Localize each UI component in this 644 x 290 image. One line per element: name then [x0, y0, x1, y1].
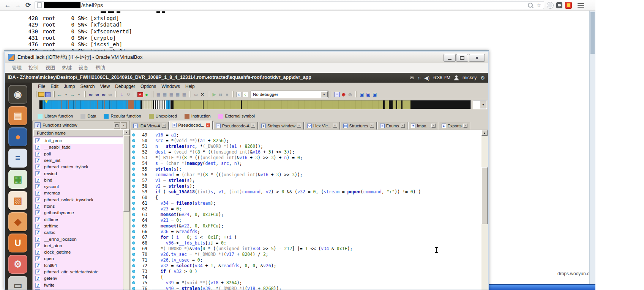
tab-close-icon[interactable]: ×	[206, 123, 210, 127]
ida-menu-windows[interactable]: Windows	[159, 84, 183, 89]
function-row[interactable]: frewind	[33, 171, 123, 177]
function-row[interactable]: fopen	[33, 256, 123, 262]
evernote-extension-icon[interactable]	[556, 2, 562, 8]
breakpoint-dot[interactable]	[132, 276, 135, 279]
zoom-icon[interactable]	[528, 3, 533, 8]
add-breakpoint-icon[interactable]: ⊕	[341, 91, 347, 98]
scrollbar-thumb[interactable]	[590, 12, 595, 54]
debugger-windows-icon[interactable]: ≡	[334, 91, 340, 98]
minimize-button[interactable]	[444, 54, 456, 62]
breakpoint-dot[interactable]	[132, 207, 135, 210]
windows-list-icon[interactable]: ▣	[359, 91, 365, 98]
virtualbox-titlebar[interactable]: EmbedHack (IOT环境) [正在运行] - Oracle VM Vir…	[5, 52, 488, 63]
function-row[interactable]: fpthread_mutex_trylock	[33, 164, 123, 170]
browser-forward-button[interactable]: →	[14, 2, 22, 9]
breakpoint-dot[interactable]	[132, 213, 135, 216]
function-row[interactable]: fstrftime	[33, 223, 123, 229]
vbox-menu-item[interactable]: 视图	[42, 64, 58, 71]
chevron-down-icon[interactable]: ▾	[480, 101, 486, 108]
breakpoint-dot[interactable]	[132, 281, 135, 284]
remove-breakpoint-icon[interactable]: ⊗	[347, 91, 353, 98]
launcher-icon-workspace-monitor[interactable]: ▭	[8, 276, 27, 290]
windows-cascade-icon[interactable]: ▣	[372, 91, 378, 98]
function-row[interactable]: fsem_init	[33, 157, 123, 164]
vbox-menu-item[interactable]: 热键	[59, 64, 75, 71]
back-icon[interactable]: ←	[57, 91, 63, 98]
breakpoint-dot[interactable]	[132, 139, 135, 142]
function-row[interactable]: fmremap	[33, 190, 123, 196]
tab-pseudocode-a[interactable]: ≡Pseudocode-A×	[213, 122, 258, 130]
session-gear-icon[interactable]: ⚙	[480, 75, 485, 80]
function-row[interactable]: finet_aton	[33, 243, 123, 249]
run-until-return-icon[interactable]: c	[242, 91, 248, 98]
launcher-icon-libreoffice-impress[interactable]: ▧	[8, 191, 27, 210]
function-row[interactable]: fpthread_rwlock_trywrlock	[33, 197, 123, 203]
problems-icon[interactable]: A	[137, 91, 143, 98]
breakpoint-dot[interactable]	[132, 133, 135, 136]
tab-close-icon[interactable]: ×	[401, 124, 405, 128]
host-taskbar[interactable]	[489, 284, 595, 290]
tab-ida-view-a[interactable]: ≡IDA View-A×	[131, 122, 169, 130]
close-button[interactable]: ×	[469, 54, 485, 62]
forward-menu-icon[interactable]: ▾	[76, 91, 82, 98]
ida-menu-edit[interactable]: Edit	[48, 84, 61, 89]
vbox-menu-item[interactable]: 设备	[76, 64, 92, 71]
breakpoint-dot[interactable]	[132, 270, 135, 273]
function-row[interactable]: fclock_gettime	[33, 249, 123, 256]
windows-tile-icon[interactable]: ▣	[365, 91, 371, 98]
tab-structures[interactable]: ▤Structures×	[341, 122, 377, 130]
scroll-up-icon[interactable]: ▲	[481, 130, 488, 136]
mail-indicator-icon[interactable]: ✉	[410, 75, 414, 80]
stop-process-icon[interactable]: ■	[224, 91, 230, 98]
make-code-icon[interactable]: ▦	[155, 91, 161, 98]
launcher-icon-system-settings[interactable]: ⚙	[8, 255, 27, 274]
scrollbar-thumb[interactable]	[123, 136, 129, 212]
tab-pseudocod-[interactable]: ≡Pseudocod...×	[169, 121, 212, 130]
breakpoint-dot[interactable]	[132, 224, 135, 227]
chrome-menu-icon[interactable]	[578, 3, 584, 8]
tab-close-icon[interactable]: ×	[431, 124, 436, 128]
launcher-icon-libreoffice-calc[interactable]: ▦	[8, 170, 27, 189]
functions-close-button[interactable]: ×	[121, 122, 127, 129]
tab-enums[interactable]: #Enums×	[377, 122, 407, 130]
launcher-icon-dash-home[interactable]: ◉	[8, 85, 27, 104]
function-row[interactable]: fdifftime	[33, 216, 123, 223]
vbox-menu-item[interactable]: 控制	[25, 64, 41, 71]
vbox-menu-item[interactable]: 管理	[9, 64, 25, 71]
function-row[interactable]: fpoll	[33, 151, 123, 157]
function-row[interactable]: fcalloc	[33, 229, 123, 236]
tab-close-icon[interactable]: ×	[162, 124, 166, 128]
breakpoint-dot[interactable]	[132, 179, 135, 182]
clock[interactable]: 6:36 PM	[433, 75, 450, 80]
ida-menu-jump[interactable]: Jump	[61, 84, 77, 89]
forward-icon[interactable]: →	[69, 91, 76, 98]
launcher-icon-ubuntu-one[interactable]: U	[8, 234, 27, 252]
functions-restore-button[interactable]	[114, 122, 120, 129]
open-file-icon[interactable]	[38, 91, 44, 98]
function-row[interactable]: f.init_proc	[33, 138, 123, 144]
ida-menu-options[interactable]: Options	[138, 84, 159, 89]
search-disabled-icon[interactable]: ∞	[107, 91, 113, 98]
chevron-down-icon[interactable]: ▼	[320, 91, 328, 97]
navband-scale-combo[interactable]: ▾	[473, 100, 487, 109]
launcher-icon-file-manager[interactable]: ▤	[8, 106, 27, 125]
breakpoint-dot[interactable]	[132, 253, 135, 256]
vbox-menu-item[interactable]: 帮助	[92, 64, 108, 71]
function-row[interactable]: fsysconf	[33, 183, 123, 190]
breakpoint-dot[interactable]	[132, 202, 135, 205]
scrollbar-thumb[interactable]	[481, 167, 488, 224]
breakpoint-dot[interactable]	[132, 247, 135, 250]
functions-titlebar[interactable]: f Functions window ×	[33, 121, 129, 129]
tab-exports[interactable]: ▴Exports×	[439, 122, 470, 130]
tab-close-icon[interactable]: ×	[297, 124, 301, 128]
breakpoint-dot[interactable]	[132, 241, 135, 245]
search-next-icon[interactable]: ∞	[101, 91, 107, 98]
globe-extension-icon[interactable]	[547, 2, 554, 9]
volume-indicator-icon[interactable]: ◀)	[424, 75, 429, 80]
attach-c-icon[interactable]: c	[236, 91, 242, 98]
tab-close-icon[interactable]: ×	[463, 124, 467, 128]
bookmark-star-icon[interactable]: ☆	[537, 2, 541, 8]
pseudocode-view[interactable]: 49 v16 = a1;50 src = *(void **)(a1 + 825…	[131, 130, 488, 290]
launcher-icon-software-center[interactable]: ◆	[8, 212, 27, 231]
function-row[interactable]: fgetenv	[33, 275, 123, 282]
